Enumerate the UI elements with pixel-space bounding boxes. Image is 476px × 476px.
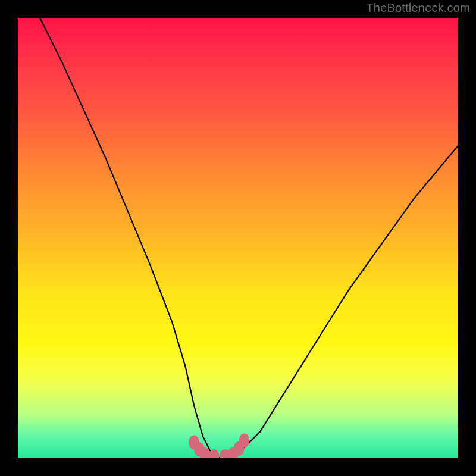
curve-svg [18, 18, 458, 458]
gradient-plot-area [18, 18, 458, 458]
marker-dot [239, 433, 249, 447]
watermark-text: TheBottleneck.com [366, 1, 470, 15]
chart-frame: TheBottleneck.com [0, 0, 476, 476]
lowest-bottleneck-markers [189, 433, 249, 458]
bottleneck-curve [40, 18, 458, 458]
